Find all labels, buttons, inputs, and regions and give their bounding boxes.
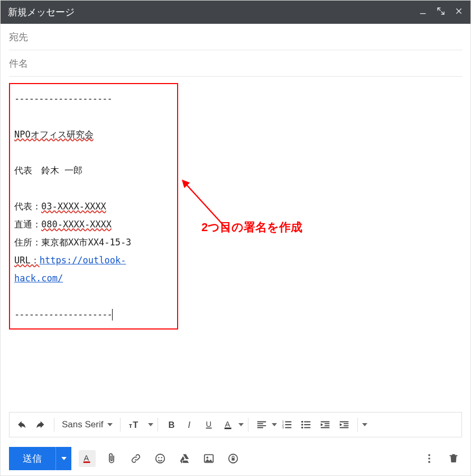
align-button[interactable] bbox=[253, 415, 271, 434]
undo-button[interactable] bbox=[13, 415, 31, 434]
signature-block[interactable]: -------------------- NPOオフィス研究会 代表 鈴木 一郎… bbox=[9, 83, 178, 329]
svg-text:I: I bbox=[188, 420, 191, 429]
font-family-label: Sans Serif bbox=[62, 419, 103, 430]
signature-tel-main: 代表：03-XXXX-XXXX bbox=[14, 197, 173, 215]
svg-text:т: т bbox=[129, 422, 132, 429]
chevron-down-icon[interactable] bbox=[238, 423, 244, 426]
emoji-icon[interactable] bbox=[152, 450, 169, 467]
svg-point-27 bbox=[428, 461, 430, 463]
attachment-icon[interactable] bbox=[103, 450, 120, 467]
chevron-down-icon[interactable] bbox=[362, 423, 367, 426]
minimize-icon[interactable] bbox=[419, 7, 427, 18]
svg-text:B: B bbox=[169, 420, 175, 429]
send-group: 送信 bbox=[9, 447, 71, 470]
font-family-select[interactable]: Sans Serif bbox=[59, 419, 116, 430]
svg-point-25 bbox=[428, 454, 430, 456]
svg-point-18 bbox=[156, 454, 165, 463]
window-title: 新規メッセージ bbox=[8, 6, 419, 19]
to-label: 宛先 bbox=[9, 31, 28, 43]
indent-less-button[interactable] bbox=[316, 415, 334, 434]
subject-label: 件名 bbox=[9, 57, 28, 70]
underline-button[interactable]: U bbox=[200, 415, 218, 434]
svg-rect-24 bbox=[232, 458, 235, 461]
send-more-button[interactable] bbox=[56, 447, 71, 470]
numbered-list-button[interactable]: 123 bbox=[278, 415, 296, 434]
svg-point-20 bbox=[161, 457, 162, 458]
text-style-icon[interactable]: A bbox=[79, 450, 96, 467]
to-field-row[interactable]: 宛先 bbox=[9, 24, 462, 50]
svg-point-15 bbox=[301, 427, 303, 429]
svg-point-14 bbox=[301, 424, 303, 426]
trash-icon[interactable] bbox=[445, 450, 462, 467]
italic-button[interactable]: I bbox=[181, 415, 199, 434]
svg-text:A: A bbox=[225, 420, 230, 428]
font-size-button[interactable]: тT bbox=[125, 415, 143, 434]
svg-point-13 bbox=[301, 421, 303, 423]
link-icon[interactable] bbox=[127, 450, 144, 467]
image-icon[interactable] bbox=[200, 450, 217, 467]
close-icon[interactable] bbox=[455, 7, 463, 18]
bullet-list-button[interactable] bbox=[297, 415, 315, 434]
chevron-down-icon[interactable] bbox=[272, 423, 277, 426]
svg-point-26 bbox=[428, 457, 430, 460]
annotation-arrow bbox=[180, 177, 238, 241]
signature-url: URL：https://outlook-hack.com/ bbox=[14, 251, 173, 287]
signature-address: 住所：東京都XX市XX4-15-3 bbox=[14, 233, 173, 251]
svg-point-22 bbox=[206, 456, 208, 459]
send-button[interactable]: 送信 bbox=[9, 447, 56, 470]
svg-rect-7 bbox=[206, 428, 212, 429]
indent-more-button[interactable] bbox=[335, 415, 353, 434]
svg-line-1 bbox=[184, 182, 228, 230]
redo-button[interactable] bbox=[32, 415, 50, 434]
svg-text:U: U bbox=[206, 420, 212, 428]
signature-tel-direct: 直通：080-XXXX-XXXX bbox=[14, 215, 173, 233]
subject-field-row[interactable]: 件名 bbox=[9, 50, 462, 77]
more-options-icon[interactable] bbox=[421, 450, 438, 467]
svg-rect-9 bbox=[225, 428, 232, 429]
titlebar-actions bbox=[419, 7, 463, 18]
formatting-toolbar: Sans Serif тT B I U A 123 bbox=[9, 412, 462, 437]
chevron-down-icon bbox=[61, 457, 67, 460]
text-color-button[interactable]: A bbox=[219, 415, 237, 434]
message-body[interactable]: -------------------- NPOオフィス研究会 代表 鈴木 一郎… bbox=[1, 77, 470, 412]
signature-dash-top: -------------------- bbox=[14, 89, 173, 107]
svg-rect-0 bbox=[420, 13, 426, 14]
fullscreen-icon[interactable] bbox=[437, 7, 445, 18]
svg-text:3: 3 bbox=[282, 426, 284, 429]
signature-org: NPOオフィス研究会 bbox=[14, 129, 94, 140]
titlebar: 新規メッセージ bbox=[1, 1, 470, 24]
bottom-bar: 送信 A bbox=[1, 442, 470, 475]
chevron-down-icon bbox=[107, 423, 113, 426]
compose-window: 新規メッセージ 宛先 件名 -------------------- NPOオフ… bbox=[0, 0, 471, 476]
signature-name: 代表 鈴木 一郎 bbox=[14, 161, 173, 179]
svg-text:A: A bbox=[84, 454, 89, 462]
drive-icon[interactable] bbox=[176, 450, 193, 467]
chevron-down-icon[interactable] bbox=[148, 423, 153, 426]
svg-text:T: T bbox=[133, 420, 138, 429]
annotation-label: 2つ目の署名を作成 bbox=[201, 219, 302, 235]
bold-button[interactable]: B bbox=[162, 415, 180, 434]
signature-dash-bottom: -------------------- bbox=[14, 305, 173, 323]
confidential-icon[interactable] bbox=[225, 450, 242, 467]
svg-point-19 bbox=[158, 457, 159, 458]
svg-rect-17 bbox=[84, 462, 90, 463]
